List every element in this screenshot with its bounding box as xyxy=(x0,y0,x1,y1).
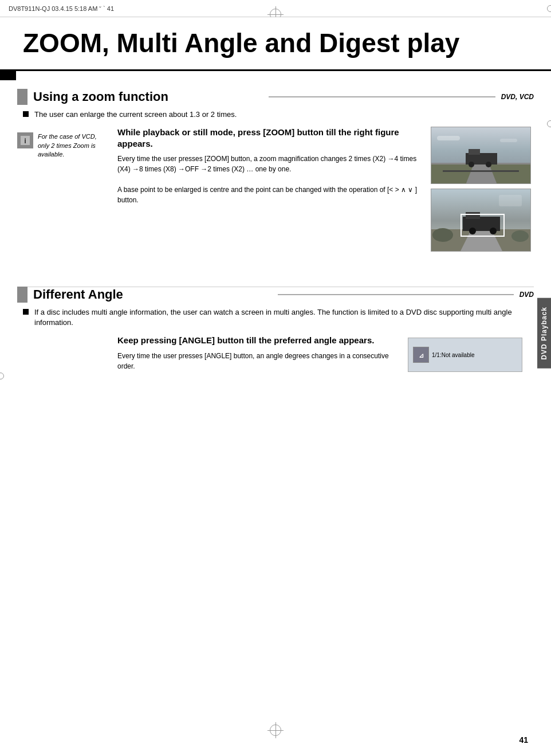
angle-left-spacer xyxy=(17,335,109,372)
svg-text:⊿: ⊿ xyxy=(419,352,424,359)
svg-rect-11 xyxy=(437,136,460,140)
angle-instruction-body: Every time the user presses [ANGLE] butt… xyxy=(117,351,399,371)
angle-screenshot: ⊿ 1/1:Not available xyxy=(408,338,522,372)
page-number: 41 xyxy=(519,735,528,745)
right-marker-mid xyxy=(547,120,551,127)
angle-subtitle-bar xyxy=(278,294,514,295)
svg-point-20 xyxy=(432,228,453,242)
svg-point-9 xyxy=(469,162,474,167)
page-top-bar: DV8T911N-QJ 03.4.15 5:18 AM ˘ ` 41 xyxy=(0,0,551,17)
angle-status-text: 1/1:Not available xyxy=(432,352,475,358)
angle-bullet: If a disc includes multi angle informati… xyxy=(17,307,534,328)
angle-section-title: Different Angle xyxy=(33,287,269,302)
zoom-left-note: i For the case of VCD, only 2 times Zoom… xyxy=(17,127,109,252)
zoom-images xyxy=(431,127,534,252)
zoom-image-2 xyxy=(431,189,531,252)
angle-instruction-title: Keep pressing [ANGLE] button till the pr… xyxy=(117,335,399,346)
doc-id: DV8T911N-QJ 03.4.15 5:18 AM ˘ ` 41 xyxy=(9,5,114,12)
main-title: ZOOM, Multi Angle and Digest play xyxy=(23,29,459,58)
angle-section: Different Angle DVD If a disc includes m… xyxy=(17,287,534,372)
svg-point-10 xyxy=(486,162,491,167)
crosshair-bottom xyxy=(270,724,281,736)
angle-instructions: Keep pressing [ANGLE] button till the pr… xyxy=(117,335,399,372)
svg-rect-12 xyxy=(500,139,517,142)
svg-rect-8 xyxy=(469,149,480,155)
dvd-playback-label: DVD Playback xyxy=(537,298,551,369)
zoom-section-title: Using a zoom function xyxy=(33,89,260,104)
angle-bullet-text: If a disc includes multi angle informati… xyxy=(34,307,534,328)
right-marker-top xyxy=(547,5,551,12)
zoom-instruction-title: While playback or still mode, press [ZOO… xyxy=(117,127,422,149)
angle-section-bar xyxy=(17,287,27,303)
svg-rect-17 xyxy=(466,212,480,219)
angle-right: ⊿ 1/1:Not available xyxy=(408,335,534,372)
zoom-subtitle-bar xyxy=(269,96,495,97)
zoom-bullet: The user can enlarge the current screen … xyxy=(17,109,534,120)
bullet-square xyxy=(23,111,29,117)
zoom-section-bar xyxy=(17,89,27,105)
angle-bullet-square xyxy=(23,309,29,315)
zoom-content-grid: i For the case of VCD, only 2 times Zoom… xyxy=(17,127,534,252)
svg-text:i: i xyxy=(24,136,26,145)
svg-point-18 xyxy=(469,228,476,234)
zoom-bullet-text: The user can enlarge the current screen … xyxy=(34,109,237,120)
zoom-section-tag: DVD, VCD xyxy=(501,93,534,101)
note-text: For the case of VCD, only 2 times Zoom i… xyxy=(38,132,109,159)
zoom-instructions: While playback or still mode, press [ZOO… xyxy=(117,127,422,252)
svg-point-19 xyxy=(490,228,497,234)
angle-section-tag: DVD xyxy=(519,291,534,299)
zoom-section-header: Using a zoom function DVD, VCD xyxy=(17,89,534,105)
zoom-section: Using a zoom function DVD, VCD The user … xyxy=(17,89,534,252)
angle-icon: ⊿ xyxy=(413,347,429,363)
svg-point-21 xyxy=(511,230,529,242)
angle-section-header: Different Angle DVD xyxy=(17,287,534,303)
zoom-instruction-body: Every time the user presses [ZOOM] butto… xyxy=(117,154,422,205)
left-marker-mid xyxy=(0,373,4,379)
angle-content-grid: Keep pressing [ANGLE] button till the pr… xyxy=(17,335,534,372)
note-icon: i xyxy=(17,132,33,148)
zoom-image-1 xyxy=(431,127,531,184)
